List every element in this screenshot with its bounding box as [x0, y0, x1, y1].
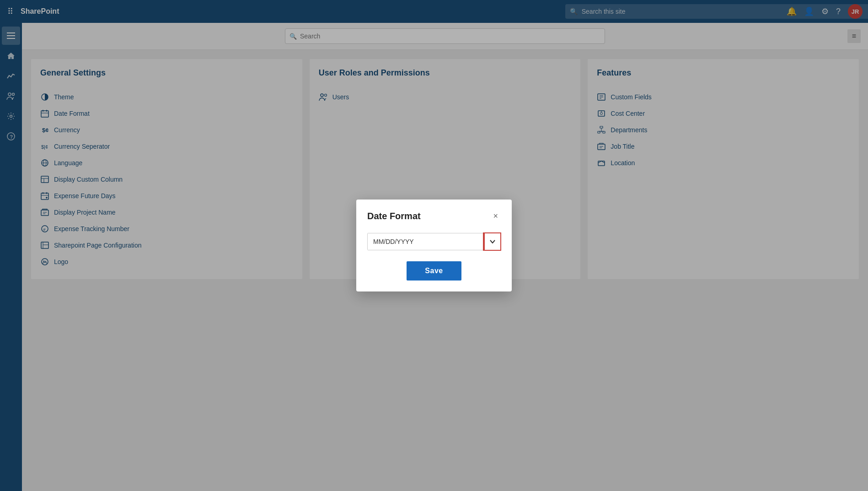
modal-title: Date Format — [367, 211, 421, 221]
chevron-down-icon — [490, 240, 495, 243]
date-format-dropdown-button[interactable] — [484, 233, 500, 250]
modal-close-button[interactable]: × — [490, 210, 501, 222]
modal-body — [367, 233, 501, 250]
save-button[interactable]: Save — [407, 261, 461, 281]
modal-header: Date Format × — [367, 210, 501, 222]
modal-footer: Save — [367, 261, 501, 281]
date-format-modal: Date Format × Save — [356, 200, 512, 291]
date-format-input[interactable] — [368, 233, 484, 250]
modal-overlay[interactable]: Date Format × Save — [0, 0, 868, 491]
date-format-select-wrapper — [367, 233, 501, 250]
